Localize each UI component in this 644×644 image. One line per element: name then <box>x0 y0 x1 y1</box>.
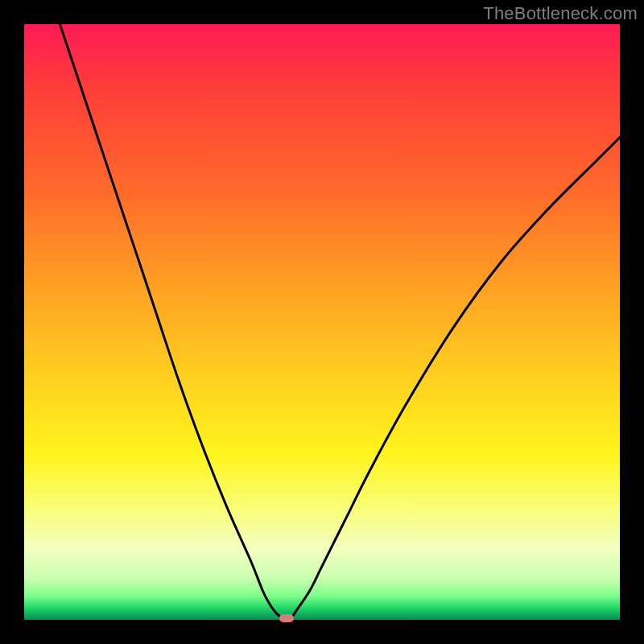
chart-frame: TheBottleneck.com <box>0 0 644 644</box>
bottleneck-curve <box>24 24 620 620</box>
target-marker <box>279 614 294 622</box>
watermark-text: TheBottleneck.com <box>483 3 638 24</box>
curve-left-branch <box>60 24 280 617</box>
curve-right-branch <box>292 138 620 617</box>
